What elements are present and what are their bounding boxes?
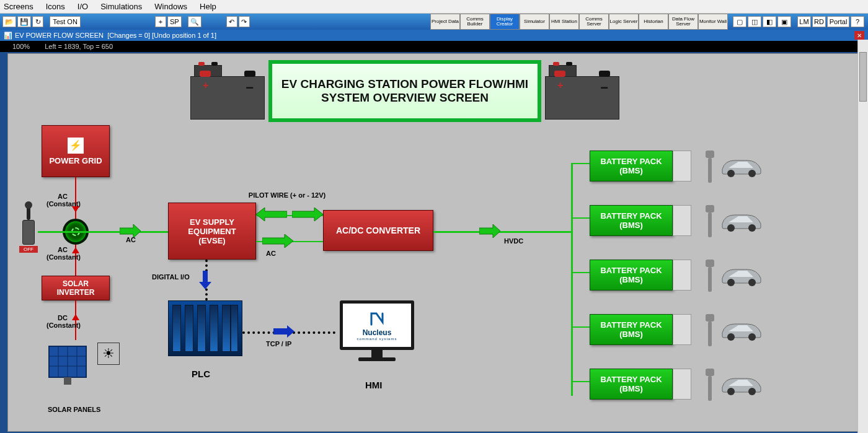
label-tcp-ip: TCP / IP	[266, 340, 291, 348]
plc-block[interactable]	[168, 300, 242, 356]
solar-inverter-block[interactable]: SOLAR INVERTER	[42, 276, 110, 300]
open-icon: 📂	[5, 18, 14, 26]
layout-2-button[interactable]: ◫	[748, 16, 761, 27]
doc-changes: [Changes = 0]	[107, 32, 150, 39]
mode-comms-builder[interactable]: Comms Builder	[460, 14, 490, 30]
arrow-down-red-1	[69, 196, 82, 212]
label-pilot-wire: PILOT WIRE (+ or - 12V)	[237, 191, 337, 199]
layout-3-button[interactable]: ◧	[763, 16, 776, 27]
wire-hvdc	[433, 231, 572, 233]
mode-logic-server[interactable]: Logic Server	[609, 14, 639, 30]
status-bar: 100% Left = 1839, Top = 650	[0, 41, 868, 52]
view-buttons: ▢ ◫ ◧ ▣ LM RD Portal ?	[733, 16, 866, 27]
svg-point-11	[727, 279, 735, 286]
mode-project-data[interactable]: Project Data	[430, 14, 460, 30]
menu-icons[interactable]: Icons	[46, 2, 65, 11]
redo-button[interactable]: ↷	[239, 16, 250, 27]
add-button[interactable]: +	[155, 16, 166, 27]
solar-panel-icon	[45, 343, 95, 389]
mode-comms-server[interactable]: Comms Server	[579, 14, 609, 30]
doc-title: EV POWER FLOW SCREEN	[15, 32, 104, 39]
search-icon: 🔍	[190, 18, 199, 26]
battery-pack-2[interactable]: BATTERY PACK (BMS)	[590, 205, 673, 236]
svg-point-13	[727, 333, 735, 341]
lm-button[interactable]: LM	[797, 16, 811, 27]
arrow-down-blue	[199, 271, 211, 289]
battery-pack-4[interactable]: BATTERY PACK (BMS)	[590, 314, 673, 345]
screen-title: EV CHARGING STATION POWER FLOW/HMI SYSTE…	[268, 60, 541, 122]
battery-pack-3[interactable]: BATTERY PACK (BMS)	[590, 260, 673, 291]
label-ac-2: AC	[266, 250, 276, 257]
doc-icon: 📊	[4, 32, 12, 40]
mode-data-flow-server[interactable]: Data Flow Server	[668, 14, 698, 30]
evse-block[interactable]: EV SUPPLYEQUIPMENT(EVSE)	[168, 203, 256, 260]
power-grid-block[interactable]: ⚡ POWER GRID	[42, 125, 110, 177]
label-solar-panels: SOLAR PANELS	[48, 406, 100, 413]
svg-point-15	[727, 388, 735, 395]
help-button[interactable]: ?	[851, 16, 864, 27]
vertical-scrollbar[interactable]	[857, 40, 868, 433]
arrow-right-green-hvdc	[479, 224, 500, 238]
wire-bus-vertical	[571, 163, 573, 396]
open-button[interactable]: 📂	[2, 16, 16, 27]
menu-windows[interactable]: Windows	[154, 2, 187, 11]
design-canvas[interactable]: +− +− EV CHARGING STATION POWER FLOW/HMI…	[7, 53, 861, 432]
slot-5	[673, 369, 691, 400]
wire-ac-main	[38, 231, 168, 233]
charger-1	[705, 151, 715, 182]
nucleus-label: Nucleus	[363, 328, 392, 337]
battery-pack-1[interactable]: BATTERY PACK (BMS)	[590, 151, 673, 182]
slot-3	[673, 260, 691, 291]
refresh-button[interactable]: ↻	[32, 16, 43, 27]
refresh-icon: ↻	[35, 18, 41, 26]
nucleus-logo-icon	[368, 310, 386, 328]
charger-5	[705, 369, 715, 400]
main-switch[interactable]: OFF	[19, 215, 38, 250]
mode-monitor-wall[interactable]: Monitor Wall	[698, 14, 728, 30]
wire-branch-5	[571, 381, 590, 382]
svg-point-12	[748, 279, 756, 286]
menu-help[interactable]: Help	[200, 2, 216, 11]
document-bar: 📊 EV POWER FLOW SCREEN [Changes = 0] [Un…	[0, 30, 868, 41]
toolbar: 📂 💾 ↻ Test ON + SP 🔍 ↶ ↷ Project Data Co…	[0, 14, 868, 30]
rd-button[interactable]: RD	[812, 16, 826, 27]
doc-undo-pos: [Undo position 1 of 1]	[152, 32, 216, 39]
charger-2	[705, 205, 715, 236]
undo-button[interactable]: ↶	[226, 16, 237, 27]
battery-pack-5[interactable]: BATTERY PACK (BMS)	[590, 369, 673, 400]
sp-button[interactable]: SP	[167, 16, 182, 27]
save-button[interactable]: 💾	[17, 16, 31, 27]
car-3	[720, 263, 763, 287]
slot-2	[673, 205, 691, 236]
car-2	[720, 209, 763, 232]
label-hvdc: HVDC	[504, 237, 523, 245]
menu-bar: Screens Icons I/O Simulations Windows He…	[0, 0, 868, 14]
mode-display-creator[interactable]: Display Creator	[490, 14, 520, 30]
menu-screens[interactable]: Screens	[4, 2, 33, 11]
slot-4	[673, 314, 691, 345]
hmi-monitor[interactable]: Nucleus command systems	[337, 300, 417, 369]
scrollbar-thumb[interactable]	[859, 52, 867, 102]
converter-block[interactable]: AC/DC CONVERTER	[323, 210, 433, 251]
cursor-coords: Left = 1839, Top = 650	[45, 43, 113, 50]
wire-branch-4	[571, 326, 590, 328]
layout-4-button[interactable]: ▣	[777, 16, 791, 27]
layout-1-button[interactable]: ▢	[733, 16, 746, 27]
mode-simulator[interactable]: Simulator	[520, 14, 549, 30]
label-plc: PLC	[192, 369, 210, 379]
zoom-level: 100%	[12, 43, 30, 50]
battery-decor-right: +−	[545, 63, 619, 121]
mode-hmi-station[interactable]: HMI Station	[549, 14, 579, 30]
label-digital-io: DIGITAL I/O	[152, 273, 190, 281]
search-button[interactable]: 🔍	[188, 16, 202, 27]
mode-historian[interactable]: Historian	[639, 14, 668, 30]
arrow-right-blue	[273, 325, 294, 338]
arrow-right-green-pilot	[292, 208, 323, 221]
close-button[interactable]: ✕	[854, 31, 864, 40]
menu-io[interactable]: I/O	[78, 2, 88, 11]
test-button[interactable]: Test ON	[50, 16, 81, 27]
menu-simulations[interactable]: Simulations	[100, 2, 142, 11]
portal-button[interactable]: Portal	[827, 16, 849, 27]
wire-branch-3	[571, 272, 590, 273]
car-4	[720, 318, 763, 341]
